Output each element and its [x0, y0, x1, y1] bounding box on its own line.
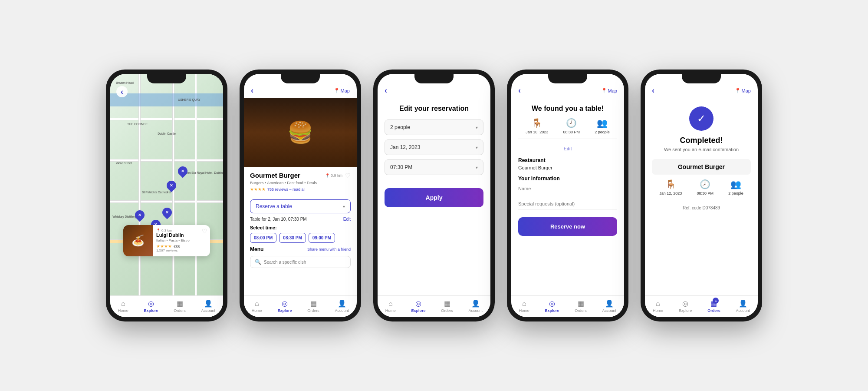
explore-icon-3: ◎: [415, 299, 421, 308]
edit-link-4[interactable]: Edit: [564, 146, 572, 151]
edit-reservation: Edit your reservation 2 people ▾ Jan 12,…: [378, 105, 490, 207]
summary-people: 👥 2 people: [595, 118, 610, 134]
back-button-4[interactable]: ‹: [518, 86, 521, 95]
name-input[interactable]: [518, 183, 617, 194]
time-slots: 08:00 PM 08:30 PM 09:00 PM: [244, 233, 357, 243]
nav-orders-label-4: Orders: [575, 308, 587, 313]
orders-badge: 1: [713, 298, 719, 304]
phone-3: ‹ Edit your reservation 2 people ▾ Jan 1…: [373, 70, 495, 321]
phone-4: ‹ 📍 Map We found you a table! 🪑 Jan 10, …: [507, 70, 628, 321]
nav-orders-label-5: Orders: [707, 308, 720, 313]
nav-orders-2[interactable]: ▦ Orders: [307, 299, 319, 313]
people-icon-5: 👥: [730, 179, 741, 189]
nav-orders-4[interactable]: ▦ Orders: [575, 299, 587, 313]
restaurant-hero: 🍔: [244, 98, 357, 167]
table-info-row: Table for 2, Jan 10, 07:30 PM Edit: [250, 217, 351, 222]
nav-orders-1[interactable]: ▦ Orders: [174, 299, 186, 313]
nav-home-label-2: Home: [252, 308, 262, 313]
nav-account-4[interactable]: 👤 Account: [602, 299, 617, 313]
phone-5: ‹ 📍 Map ✓ Completed! We sent: [641, 70, 762, 321]
orders-icon-1: ▦: [177, 299, 183, 308]
nav-home-1[interactable]: ⌂ Home: [118, 300, 128, 313]
nav-home-2[interactable]: ⌂ Home: [252, 300, 262, 313]
notch-5: [682, 74, 721, 83]
restaurant-reviews[interactable]: 755 reviews – read all: [267, 187, 306, 192]
nav-explore-label-4: Explore: [545, 308, 559, 313]
nav-account-label-5: Account: [736, 308, 750, 313]
time-chevron: ▾: [476, 165, 478, 170]
back-button-3[interactable]: ‹: [385, 86, 387, 95]
completed-time: 🕗 08:30 PM: [697, 179, 713, 196]
map-link-2[interactable]: 📍 Map: [334, 88, 350, 93]
completed-date: 🪑 Jan 12, 2023: [659, 179, 682, 196]
time-slot-2[interactable]: 08:30 PM: [279, 233, 306, 243]
map-popup[interactable]: 🍝 📍0.3 km Luigi Dublin Italian • Pasta •…: [123, 225, 210, 256]
home-icon-2: ⌂: [255, 300, 259, 308]
popup-distance: 📍0.3 km: [156, 229, 207, 232]
nav-home-5[interactable]: ⌂ Home: [653, 300, 663, 313]
people-value: 2 people: [390, 124, 410, 130]
explore-icon-1: ◎: [148, 299, 154, 308]
time-slot-1[interactable]: 08:00 PM: [250, 233, 276, 243]
nav-explore-5[interactable]: ◎ Explore: [679, 299, 692, 313]
ref-code: Ref. code D078489: [652, 205, 751, 210]
completed-summary: 🪑 Jan 12, 2023 🕗 08:30 PM 👥 2 people: [652, 179, 751, 200]
restaurant-heart[interactable]: ♡: [345, 172, 351, 179]
nav-home-label-5: Home: [653, 308, 663, 313]
explore-icon-4: ◎: [549, 299, 555, 308]
map-pin-1[interactable]: ✕: [167, 181, 176, 190]
search-dish-container[interactable]: 🔍: [250, 256, 351, 268]
account-icon-1: 👤: [204, 299, 213, 308]
nav-account-3[interactable]: 👤 Account: [469, 299, 483, 313]
back-button-2[interactable]: ‹: [251, 86, 253, 95]
completed-date-text: Jan 12, 2023: [659, 191, 682, 196]
nav-explore-2[interactable]: ◎ Explore: [278, 299, 292, 313]
nav-home-3[interactable]: ⌂ Home: [385, 300, 396, 313]
search-dish-input[interactable]: [264, 260, 346, 265]
apply-button[interactable]: Apply: [385, 188, 483, 207]
back-button-5[interactable]: ‹: [652, 86, 654, 95]
nav-orders-3[interactable]: ▦ Orders: [441, 299, 453, 313]
map-pin-5[interactable]: ✕: [178, 166, 187, 176]
nav-orders-5[interactable]: ▦ 1 Orders: [707, 299, 720, 313]
nav-explore-3[interactable]: ◎ Explore: [411, 299, 426, 313]
map-link-4[interactable]: 📍 Map: [601, 88, 617, 93]
nav-account-2[interactable]: 👤 Account: [335, 299, 349, 313]
restaurant-section-label: Restaurant: [518, 157, 617, 163]
orders-icon-4: ▦: [578, 299, 584, 308]
map-link-5[interactable]: 📍 Map: [735, 88, 751, 93]
map-back-button[interactable]: ‹: [116, 86, 128, 97]
nav-explore-4[interactable]: ◎ Explore: [545, 299, 559, 313]
map-pin-4[interactable]: ✕: [162, 208, 172, 217]
notch-3: [414, 74, 454, 83]
completed-subtitle: We sent you an e-mail confirmation: [652, 147, 751, 152]
special-requests-input[interactable]: [518, 199, 617, 209]
reserve-dropdown[interactable]: Reserve a table ▾: [250, 199, 351, 213]
account-icon-4: 👤: [605, 299, 614, 308]
summary-date-text: Jan 10, 2023: [526, 130, 548, 134]
nav-home-4[interactable]: ⌂ Home: [519, 300, 529, 313]
reserve-now-button[interactable]: Reserve now: [518, 217, 617, 236]
people-dropdown[interactable]: 2 people ▾: [385, 119, 483, 135]
restaurant-distance: 📍 0.9 km: [325, 173, 342, 178]
table-icon-4: 🪑: [532, 118, 542, 128]
share-menu-link[interactable]: Share menu with a friend: [307, 247, 351, 252]
map-pin-2[interactable]: ✕: [135, 210, 145, 220]
popup-heart[interactable]: ♡: [202, 228, 207, 235]
nav-orders-label-2: Orders: [307, 308, 319, 313]
nav-account-1[interactable]: 👤 Account: [201, 299, 216, 313]
nav-explore-1[interactable]: ◎ Explore: [144, 299, 158, 313]
popup-image: 🍝: [123, 225, 153, 256]
home-icon-5: ⌂: [656, 300, 660, 308]
found-title: We found you a table!: [518, 105, 617, 113]
nav-account-5[interactable]: 👤 Account: [736, 299, 750, 313]
edit-link-2[interactable]: Edit: [343, 217, 351, 222]
phone4-bottom-nav: ⌂ Home ◎ Explore ▦ Orders 👤 Account: [511, 295, 624, 317]
time-dropdown[interactable]: 07:30 PM ▾: [385, 159, 483, 175]
time-slot-3[interactable]: 09:00 PM: [309, 233, 335, 243]
notch-1: [147, 74, 186, 83]
phone-1: Brazen Head USHER'S QUAY Dublin Castle V…: [106, 70, 227, 321]
date-dropdown[interactable]: Jan 12, 2023 ▾: [385, 139, 483, 155]
check-circle: ✓: [689, 106, 713, 131]
reserve-chevron: ▾: [343, 204, 345, 209]
